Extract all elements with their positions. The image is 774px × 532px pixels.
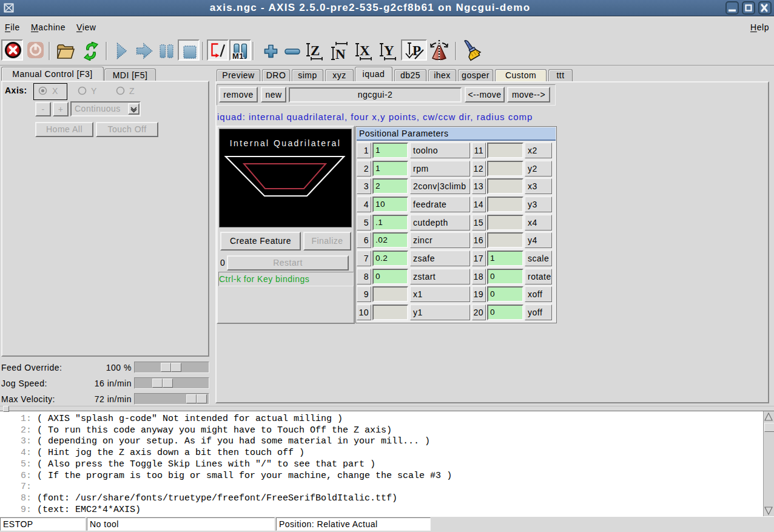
svg-text:X: X bbox=[360, 43, 370, 58]
svg-text:N: N bbox=[335, 47, 346, 61]
svg-text:Z: Z bbox=[311, 43, 320, 58]
svg-text:Y: Y bbox=[384, 43, 394, 58]
svg-text:M1: M1 bbox=[232, 52, 244, 59]
